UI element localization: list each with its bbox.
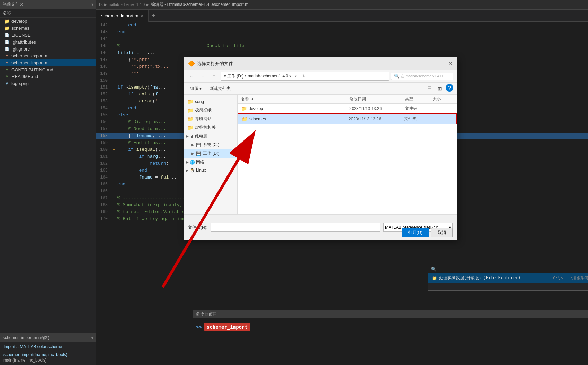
console-command[interactable]: schemer_import (204, 323, 250, 331)
dialog-filename-input[interactable] (211, 223, 380, 232)
dialog-body: 📁 song 📁 极简壁纸 📁 导航网站 📁 虚拟机相关 ▶ 🖥 此电脑 (184, 95, 457, 223)
fe-func-item-2[interactable]: main(fname, inc_bools) (3, 357, 93, 363)
path-part-1: « 工作 (D:) (224, 73, 243, 79)
tab-label: schemer_import.m (101, 13, 139, 18)
chevron-right-icon: ▶ (191, 152, 194, 155)
console-header: 命令行窗口 (193, 310, 588, 318)
fe-func-item-1[interactable]: schemer_import(fname, inc_bools) (3, 352, 93, 357)
fe-item-readme[interactable]: M README.md (0, 73, 96, 80)
dialog-close-button[interactable]: ✕ (448, 60, 453, 67)
drive-icon: 💾 (196, 143, 201, 147)
fe-item-develop[interactable]: 📁 develop (0, 18, 96, 25)
fe-item-schemes[interactable]: 📁 schemes (0, 25, 96, 31)
dialog-view-controls: ☰ ⊞ ? (425, 84, 453, 93)
code-line-144: 144 (96, 36, 588, 43)
chevron-down-icon: ▾ (199, 86, 202, 91)
dialog-detail-view-button[interactable]: ⊞ (435, 84, 444, 93)
fe-item-schemer-import[interactable]: M schemer_import.m (0, 59, 96, 66)
fe-col-header: 名称 (0, 9, 96, 18)
code-line-146: 146 – filefilt = ... (96, 49, 588, 56)
editor-tab-schemer-import[interactable]: schemer_import.m ✕ (96, 10, 149, 22)
fe-func-header: schemer_import.m (函数) ▾ (0, 334, 96, 342)
dialog-cancel-button[interactable]: 取消 (431, 228, 453, 237)
dialog-sidebar-group-network[interactable]: ▶ 🌐 网络 (184, 158, 237, 166)
dialog-sidebar: 📁 song 📁 极简壁纸 📁 导航网站 📁 虚拟机相关 ▶ 🖥 此电脑 (184, 95, 238, 223)
dialog-sidebar-item-dhwz[interactable]: 📁 导航网站 (184, 115, 237, 123)
dialog-sidebar-item-nljx[interactable]: 📁 虚拟机相关 (184, 123, 237, 132)
console-content: 🔍 📁 处理实测数据(升级版）(File Explorer) C:\木...\暑… (193, 318, 588, 333)
md-file-icon: M (4, 74, 10, 79)
chevron-right-icon: ▶ (186, 134, 189, 138)
fe-item-gitignore[interactable]: 📄 .gitignore (0, 45, 96, 52)
editor-tab-bar: schemer_import.m ✕ + (96, 10, 588, 22)
path-refresh-button[interactable]: ↻ (301, 73, 308, 80)
folder-icon: 📁 (242, 116, 248, 122)
autocomplete-item-label: 处理实测数据(升级版）(File Explorer) (439, 275, 521, 281)
folder-icon: 📁 (4, 25, 10, 31)
dialog-list-view-button[interactable]: ☰ (425, 84, 434, 93)
dialog-sidebar-item-d-drive[interactable]: ▶ 💾 工作 (D:) (184, 149, 237, 158)
png-file-icon: P (4, 81, 10, 86)
path-separator-1: › (245, 74, 246, 79)
path-part-2: matlab-schemer-1.4.0 (248, 74, 288, 79)
fe-item-license[interactable]: 📄 LICENSE (0, 31, 96, 38)
folder-icon: 📁 (4, 18, 10, 24)
search-icon: 🔍 (394, 74, 399, 79)
dialog-col-header: 名称 ▲ 修改日期 类型 大小 (238, 95, 457, 104)
dialog-file-row-schemes[interactable]: 📁 schemes 2023/11/13 13:26 文件夹 (238, 113, 457, 124)
dialog-buttons: 打开(O) 取消 (402, 228, 453, 237)
folder-icon: 📁 (187, 116, 193, 122)
fe-item-gitattributes[interactable]: 📄 .gitattributes (0, 38, 96, 45)
dialog-open-button[interactable]: 打开(O) (402, 228, 429, 237)
dialog-toolbar: ← → ↑ « 工作 (D:) › matlab-schemer-1.4.0 ›… (184, 70, 457, 83)
dialog-back-button[interactable]: ← (187, 72, 196, 81)
network-icon: 🌐 (190, 160, 195, 165)
dialog-filename-label: 文件名(N): (188, 225, 207, 230)
col-size[interactable]: 大小 (433, 96, 453, 102)
tab-close-icon[interactable]: ✕ (141, 14, 143, 18)
dialog-organize-button[interactable]: 组织 ▾ (187, 85, 204, 93)
dialog-titlebar: 🔶 选择要打开的文件 ✕ (184, 57, 457, 70)
prompt-label: >> (196, 324, 202, 330)
file-explorer: 当前文件夹 ▾ 名称 📁 develop 📁 schemes 📄 LICENSE… (0, 0, 96, 365)
fe-item-schemer-export[interactable]: M schemer_export.m (0, 52, 96, 59)
autocomplete-popup: 🔍 📁 处理实测数据(升级版）(File Explorer) C:\木...\暑… (428, 265, 588, 291)
dialog-file-row-develop[interactable]: 📁 develop 2023/11/13 13:26 文件夹 (238, 104, 457, 113)
dialog-forward-button[interactable]: → (198, 72, 207, 81)
dialog-sidebar-item-song[interactable]: 📁 song (184, 98, 237, 106)
fe-item-logo[interactable]: P logo.png (0, 80, 96, 87)
file-icon: 📄 (4, 46, 10, 52)
path-dropdown-button[interactable]: ▾ (292, 73, 299, 80)
autocomplete-shortcut: C:\木...\暑假学习 Ctrl+G (553, 275, 588, 281)
dialog-search-bar[interactable]: 🔍 在 matlab-schemer-1.4.0 ... (391, 73, 453, 80)
tab-add-button[interactable]: + (149, 10, 159, 22)
fe-func-desc: Import a MATLAB color scheme (0, 342, 96, 351)
col-name[interactable]: 名称 ▲ (241, 96, 349, 102)
breadcrumb: D: ▶ matlab-schemer-1.4.0 ▶ (99, 2, 149, 7)
dialog-toolbar2: 组织 ▾ 新建文件夹 ☰ ⊞ ? (184, 83, 457, 95)
dialog-path-bar[interactable]: « 工作 (D:) › matlab-schemer-1.4.0 › ▾ ↻ (221, 72, 389, 81)
col-type[interactable]: 类型 (405, 96, 433, 102)
dialog-sidebar-group-computer[interactable]: ▶ 🖥 此电脑 (184, 132, 237, 140)
folder-icon: 📁 (187, 99, 193, 104)
folder-icon: 📁 (432, 276, 437, 281)
fe-header-arrow: ▾ (91, 2, 93, 7)
dialog-sidebar-group-linux[interactable]: ▶ 🐧 Linux (184, 166, 237, 174)
file-dialog: 🔶 选择要打开的文件 ✕ ← → ↑ « 工作 (D:) › matlab-sc… (184, 57, 457, 240)
autocomplete-item[interactable]: 📁 处理实测数据(升级版）(File Explorer) C:\木...\暑假学… (428, 273, 588, 283)
dialog-sidebar-item-jjbz[interactable]: 📁 极简壁纸 (184, 106, 237, 115)
m-file-icon: M (4, 53, 10, 58)
console-prompt: >> schemer_import (196, 323, 585, 331)
dialog-main: 名称 ▲ 修改日期 类型 大小 📁 develop 2023/11/13 13:… (238, 95, 457, 223)
editor-title: 编辑器 - D:\matlab-schemer-1.4.0\schemer_im… (151, 2, 248, 8)
file-icon: 📄 (4, 32, 10, 38)
dialog-new-folder-button[interactable]: 新建文件夹 (207, 85, 233, 93)
dialog-help-button[interactable]: ? (446, 84, 453, 92)
autocomplete-search: 🔍 (428, 265, 588, 273)
code-line-145: 145 % ------------------------------ Che… (96, 43, 588, 49)
dialog-up-button[interactable]: ↑ (210, 72, 219, 81)
dialog-sidebar-item-c-drive[interactable]: ▶ 💾 系统 (C:) (184, 140, 237, 149)
col-date[interactable]: 修改日期 (349, 96, 405, 102)
fe-item-contributing[interactable]: M CONTRIBUTING.md (0, 66, 96, 73)
m-file-icon: M (4, 60, 10, 65)
